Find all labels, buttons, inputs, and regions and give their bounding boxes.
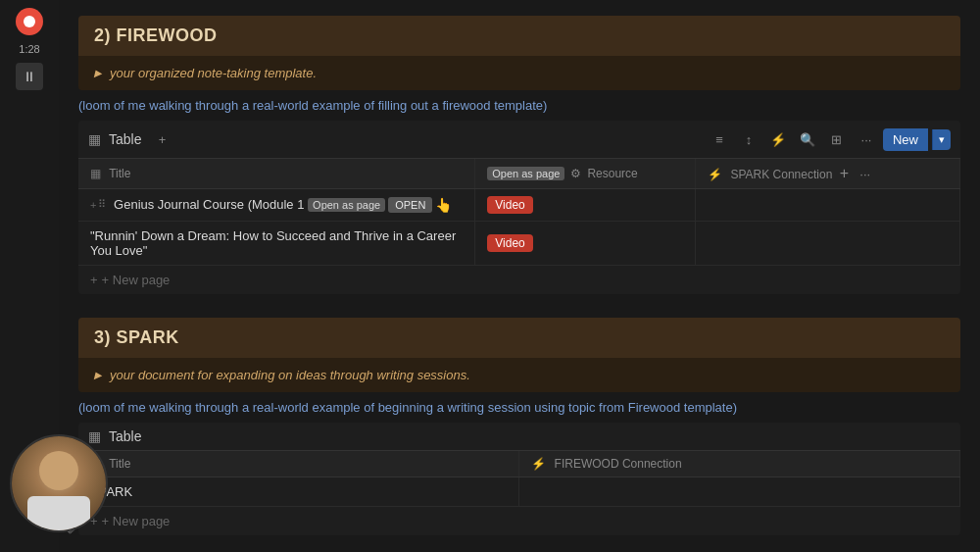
open-as-page-label: Open as page	[308, 198, 385, 212]
firewood-conn-icon: ⚡	[531, 457, 546, 471]
resource-col-label: Resource	[587, 167, 637, 180]
firewood-new-page[interactable]: + + New page	[78, 266, 960, 294]
bolt-button[interactable]: ⚡	[765, 126, 791, 152]
add-view-button[interactable]: +	[149, 126, 174, 152]
record-icon	[24, 16, 35, 27]
spark-row-connection	[519, 477, 960, 507]
firewood-table: ▦ Title Open as page ⚙ Resource ⚡	[78, 159, 960, 266]
video-tag: Video	[487, 196, 532, 214]
table-grid-icon: ▦	[88, 131, 101, 147]
firewood-body: ▶ your organized note-taking template.	[78, 56, 960, 90]
time-display: 1:28	[19, 43, 39, 55]
row1-title: Genius Journal Course (Module 1	[114, 197, 304, 212]
new-button[interactable]: New	[883, 128, 928, 151]
sort-button[interactable]: ↕	[736, 126, 761, 152]
filter-icon: ≡	[715, 132, 723, 147]
spark-table-label: Table	[109, 428, 141, 444]
firewood-table-container: ▦ Table + ≡ ↕ ⚡ 🔍	[78, 121, 960, 294]
bolt-icon: ⚡	[770, 132, 786, 147]
spark-new-page[interactable]: + + New page	[78, 507, 960, 535]
row1-title-cell: + ⠿ Genius Journal Course (Module 1 Open…	[78, 189, 475, 222]
title-col-label: Title	[109, 167, 130, 180]
firewood-loom-link[interactable]: (loom of me walking through a real-world…	[78, 98, 960, 113]
row1-spark-cell	[696, 189, 960, 222]
new-button-dropdown[interactable]: ▾	[932, 129, 951, 150]
spark-toggle[interactable]: ▶ your document for expanding on ideas t…	[94, 368, 945, 382]
add-icon: +	[159, 132, 167, 147]
spark-section: 3) SPARK ▶ your document for expanding o…	[78, 318, 960, 535]
spark-new-page-label: + New page	[102, 514, 171, 528]
row2-spark-cell	[696, 222, 960, 266]
firewood-toggle-label: your organized note-taking template.	[110, 66, 317, 80]
webcam-overlay	[10, 434, 108, 532]
spark-title: 3) SPARK	[94, 327, 179, 347]
group-icon: ⊞	[831, 132, 842, 147]
group-button[interactable]: ⊞	[824, 126, 850, 152]
sort-icon: ↕	[746, 132, 753, 147]
toggle-arrow-icon: ▶	[94, 68, 102, 78]
spark-row-title: SPARK	[78, 477, 519, 507]
spark-table-container: ▦ Table ▦ Title ⚡ FIREWOOD Connection	[78, 423, 960, 535]
video-tag-2: Video	[487, 234, 532, 252]
spark-loom-link[interactable]: (loom of me walking through a real-world…	[78, 400, 960, 415]
row-controls: + ⠿	[90, 198, 106, 211]
spark-header: 3) SPARK	[78, 318, 960, 358]
new-page-plus-icon: +	[90, 273, 98, 287]
col-header-title: ▦ Title	[78, 159, 475, 189]
spark-col-icon: ⚡	[708, 168, 722, 181]
spark-col-header-title: ▦ Title	[78, 451, 519, 477]
row2-resource-cell: Video	[475, 222, 696, 266]
record-button[interactable]	[16, 8, 43, 35]
open-button[interactable]: OPEN	[388, 197, 432, 213]
more-button[interactable]: ···	[854, 126, 879, 152]
firewood-table-label: Table	[109, 131, 141, 147]
drag-icon[interactable]: ⠿	[98, 198, 106, 211]
row2-title-cell: "Runnin' Down a Dream: How to Succeed an…	[78, 222, 475, 266]
new-page-label: + New page	[102, 273, 171, 287]
spark-col-label: SPARK Connection	[730, 168, 832, 181]
spark-title-col-label: Title	[109, 457, 130, 471]
col-header-spark: ⚡ SPARK Connection + ···	[696, 159, 960, 189]
spark-body: ▶ your document for expanding on ideas t…	[78, 358, 960, 392]
firewood-table-toolbar: ▦ Table + ≡ ↕ ⚡ 🔍	[78, 121, 960, 159]
new-dropdown-icon: ▾	[939, 133, 945, 145]
spark-col-header-firewood: ⚡ FIREWOOD Connection	[519, 451, 960, 477]
firewood-conn-label: FIREWOOD Connection	[555, 457, 682, 471]
filter-button[interactable]: ≡	[707, 126, 732, 152]
table-row: "Runnin' Down a Dream: How to Succeed an…	[78, 222, 960, 266]
webcam-face	[12, 436, 106, 530]
spark-table-toolbar: ▦ Table	[78, 423, 960, 451]
pause-button[interactable]: ⏸	[16, 63, 43, 90]
resource-col-icon: ⚙	[570, 167, 581, 180]
add-row-icon[interactable]: +	[90, 199, 96, 211]
open-as-page-inline: Open as page OPEN 👆	[308, 197, 452, 213]
table-row: + ⠿ Genius Journal Course (Module 1 Open…	[78, 189, 960, 222]
pause-icon: ⏸	[23, 69, 36, 84]
spark-toggle-arrow-icon: ▶	[94, 370, 102, 380]
firewood-header: 2) FIREWOOD	[78, 16, 960, 56]
firewood-title: 2) FIREWOOD	[94, 25, 218, 45]
table-row: SPARK	[78, 477, 960, 507]
firewood-section: 2) FIREWOOD ▶ your organized note-taking…	[78, 16, 960, 294]
cursor-icon: 👆	[435, 197, 452, 213]
firewood-toggle[interactable]: ▶ your organized note-taking template.	[94, 66, 945, 80]
spark-table: ▦ Title ⚡ FIREWOOD Connection SPARK	[78, 451, 960, 507]
search-button[interactable]: 🔍	[795, 126, 820, 152]
open-as-page-tooltip: Open as page	[487, 167, 564, 180]
search-icon: 🔍	[800, 132, 815, 147]
add-column-button[interactable]: +	[836, 165, 853, 182]
title-col-icon: ▦	[90, 167, 101, 180]
spark-table-grid-icon: ▦	[88, 428, 101, 444]
more-icon: ···	[861, 132, 872, 147]
col-header-resource: Open as page ⚙ Resource	[475, 159, 696, 189]
new-label: New	[893, 132, 918, 147]
row2-title: "Runnin' Down a Dream: How to Succeed an…	[90, 228, 456, 258]
row1-resource-cell: Video	[475, 189, 696, 222]
more-column-button[interactable]: ···	[856, 167, 874, 181]
main-content: 2) FIREWOOD ▶ your organized note-taking…	[59, 0, 980, 552]
spark-toggle-label: your document for expanding on ideas thr…	[110, 368, 470, 382]
toolbar-actions: ≡ ↕ ⚡ 🔍 ⊞ ···	[707, 126, 951, 152]
